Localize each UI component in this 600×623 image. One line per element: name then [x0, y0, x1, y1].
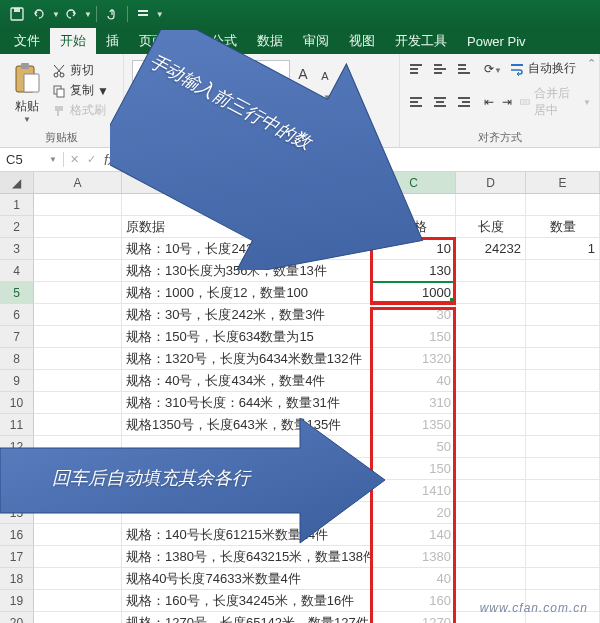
row-header-2[interactable]: 2: [0, 216, 34, 238]
cell-A11[interactable]: [34, 414, 122, 436]
fill-color-button[interactable]: [219, 89, 235, 105]
cell-A16[interactable]: [34, 524, 122, 546]
cell-A7[interactable]: [34, 326, 122, 348]
cell-B12[interactable]: [122, 436, 372, 458]
cell-D3[interactable]: 24232: [456, 238, 526, 260]
tab-developer[interactable]: 开发工具: [385, 28, 457, 54]
cell-D12[interactable]: [456, 436, 526, 458]
cell-A1[interactable]: [34, 194, 122, 216]
cell-D17[interactable]: [456, 546, 526, 568]
row-header-14[interactable]: 14: [0, 480, 34, 502]
wrap-text-button[interactable]: 自动换行: [510, 60, 576, 77]
ribbon-collapse-icon[interactable]: ⌃: [587, 57, 596, 70]
cell-B16[interactable]: 规格：140号长度61215米数量14件: [122, 524, 372, 546]
tab-formulas[interactable]: 公式: [201, 28, 247, 54]
cell-D15[interactable]: [456, 502, 526, 524]
cell-A20[interactable]: [34, 612, 122, 623]
cell-D14[interactable]: [456, 480, 526, 502]
cell-E1[interactable]: [526, 194, 600, 216]
cell-E12[interactable]: [526, 436, 600, 458]
cell-E8[interactable]: [526, 348, 600, 370]
cell-B2[interactable]: 原数据: [122, 216, 372, 238]
row-header-6[interactable]: 6: [0, 304, 34, 326]
phonetic-guide-button[interactable]: wén: [295, 90, 317, 104]
cell-A17[interactable]: [34, 546, 122, 568]
cell-C4[interactable]: 130: [372, 260, 456, 282]
insert-function-button[interactable]: fx: [104, 152, 115, 168]
row-header-10[interactable]: 10: [0, 392, 34, 414]
cell-A12[interactable]: [34, 436, 122, 458]
cell-A9[interactable]: [34, 370, 122, 392]
cell-B11[interactable]: 规格1350号，长度643米，数量135件: [122, 414, 372, 436]
row-header-9[interactable]: 9: [0, 370, 34, 392]
cell-E3[interactable]: 1: [526, 238, 600, 260]
cell-A13[interactable]: [34, 458, 122, 480]
copy-button[interactable]: 复制▼: [52, 82, 109, 99]
row-header-4[interactable]: 4: [0, 260, 34, 282]
cell-D11[interactable]: [456, 414, 526, 436]
font-name-combo[interactable]: ▼: [132, 60, 242, 82]
cell-C13[interactable]: 150: [372, 458, 456, 480]
tab-home[interactable]: 开始: [50, 28, 96, 54]
format-painter-button[interactable]: 格式刷: [52, 102, 109, 119]
cell-A10[interactable]: [34, 392, 122, 414]
cell-E15[interactable]: [526, 502, 600, 524]
cell-B13[interactable]: [122, 458, 372, 480]
cell-A19[interactable]: [34, 590, 122, 612]
row-header-1[interactable]: 1: [0, 194, 34, 216]
row-header-5[interactable]: 5: [0, 282, 34, 304]
cell-C10[interactable]: 310: [372, 392, 456, 414]
cell-B6[interactable]: 规格：30号，长度242米，数量3件: [122, 304, 372, 326]
tab-data[interactable]: 数据: [247, 28, 293, 54]
cell-C2[interactable]: 规格: [372, 216, 456, 238]
align-right-button[interactable]: [456, 95, 472, 109]
cell-B5[interactable]: 规格：1000，长度12，数量100: [122, 282, 372, 304]
row-header-8[interactable]: 8: [0, 348, 34, 370]
col-header-B[interactable]: B: [122, 172, 372, 193]
align-bottom-button[interactable]: [456, 62, 472, 76]
cell-D16[interactable]: [456, 524, 526, 546]
tab-powerpivot[interactable]: Power Piv: [457, 28, 536, 54]
cell-E2[interactable]: 数量: [526, 216, 600, 238]
cell-C15[interactable]: 20: [372, 502, 456, 524]
cell-C9[interactable]: 40: [372, 370, 456, 392]
cell-D9[interactable]: [456, 370, 526, 392]
decrease-font-button[interactable]: A: [316, 60, 334, 82]
col-header-E[interactable]: E: [526, 172, 600, 193]
cell-A5[interactable]: [34, 282, 122, 304]
tab-view[interactable]: 视图: [339, 28, 385, 54]
cell-D2[interactable]: 长度: [456, 216, 526, 238]
cell-E4[interactable]: [526, 260, 600, 282]
cell-A15[interactable]: [34, 502, 122, 524]
row-header-19[interactable]: 19: [0, 590, 34, 612]
cell-D10[interactable]: [456, 392, 526, 414]
cell-B18[interactable]: 规格40号长度74633米数量4件: [122, 568, 372, 590]
col-header-C[interactable]: C: [372, 172, 456, 193]
cell-C8[interactable]: 1320: [372, 348, 456, 370]
bold-button[interactable]: B: [132, 90, 141, 105]
cell-C7[interactable]: 150: [372, 326, 456, 348]
col-header-D[interactable]: D: [456, 172, 526, 193]
cell-B20[interactable]: 规格：1270号，长度65142米，数量127件: [122, 612, 372, 623]
merge-center-button[interactable]: 合并后居中▼: [520, 85, 591, 119]
row-header-13[interactable]: 13: [0, 458, 34, 480]
cell-E6[interactable]: [526, 304, 600, 326]
cell-D4[interactable]: [456, 260, 526, 282]
cell-B9[interactable]: 规格：40号，长度434米，数量4件: [122, 370, 372, 392]
cell-B14[interactable]: [122, 480, 372, 502]
cell-E11[interactable]: [526, 414, 600, 436]
row-header-17[interactable]: 17: [0, 546, 34, 568]
cell-E10[interactable]: [526, 392, 600, 414]
align-left-button[interactable]: [408, 95, 424, 109]
cell-C20[interactable]: 1270: [372, 612, 456, 623]
tab-insert[interactable]: 插: [96, 28, 129, 54]
row-header-3[interactable]: 3: [0, 238, 34, 260]
row-header-15[interactable]: 15: [0, 502, 34, 524]
cell-D1[interactable]: [456, 194, 526, 216]
cell-C19[interactable]: 160: [372, 590, 456, 612]
cell-D18[interactable]: [456, 568, 526, 590]
orientation-button[interactable]: ⟳▼: [484, 62, 502, 76]
cell-B1[interactable]: [122, 194, 372, 216]
name-box[interactable]: C5 ▼: [0, 152, 64, 167]
save-icon[interactable]: [10, 7, 24, 21]
